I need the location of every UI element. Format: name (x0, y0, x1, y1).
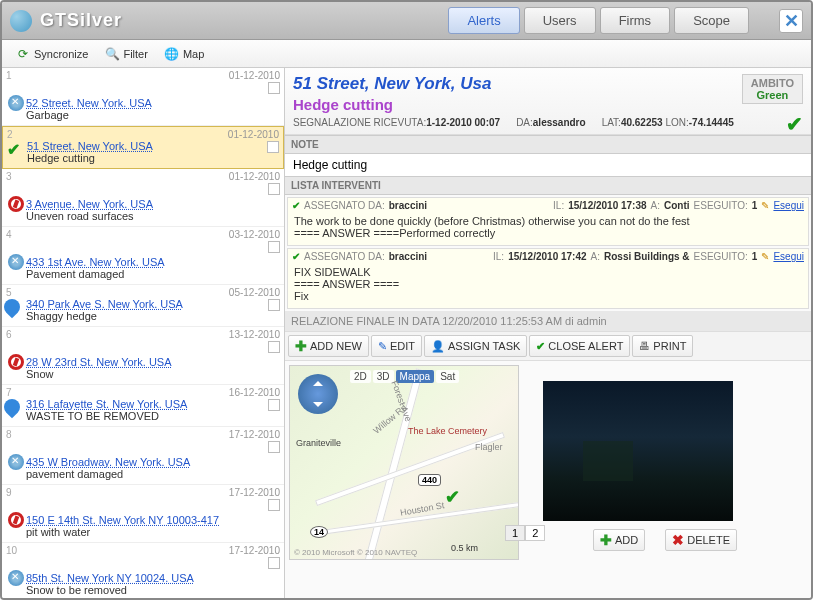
alert-list-item[interactable]: 1017-12-2010 85th St. New York NY 10024.… (2, 543, 284, 598)
interventions-list: ✔ASSEGNATO DA:braccini IL:15/12/2010 17:… (285, 195, 811, 311)
alert-date: 13-12-2010 (229, 329, 280, 340)
alert-checkbox[interactable] (268, 557, 280, 569)
alert-list-item[interactable]: 201-12-2010 ✔ 51 Street. New York. USA H… (2, 126, 284, 169)
refresh-icon: ⟳ (15, 46, 31, 62)
titlebar: GTSilver Alerts Users Firms Scope ✕ (2, 2, 811, 40)
print-button[interactable]: 🖶PRINT (632, 335, 693, 357)
alert-date: 03-12-2010 (229, 229, 280, 240)
intervention-body: The work to be done quickly (before Chri… (292, 211, 804, 243)
final-report-line: RELAZIONE FINALE IN DATA 12/20/2010 11:2… (285, 311, 811, 331)
alert-list-item[interactable]: 817-12-2010 435 W Broadway. New York. US… (2, 427, 284, 485)
filter-button[interactable]: 🔍Filter (97, 43, 154, 65)
detail-type: Hedge cutting (293, 96, 803, 113)
tab-firms[interactable]: Firms (600, 7, 671, 34)
esegui-link[interactable]: Esegui (773, 200, 804, 211)
alert-list-item[interactable]: 917-12-2010 150 E 14th St. New York NY 1… (2, 485, 284, 543)
alert-status-icon (8, 196, 24, 212)
map-place-label: The Lake Cemetery (408, 426, 487, 436)
check-icon: ✔ (292, 251, 300, 262)
tab-users[interactable]: Users (524, 7, 596, 34)
alert-description: Shaggy hedge (26, 310, 280, 322)
alert-status-icon (8, 512, 24, 528)
app-logo-icon (10, 10, 32, 32)
toolbar: ⟳Syncronize 🔍Filter 🌐Map (2, 40, 811, 68)
alert-checkbox[interactable] (268, 82, 280, 94)
syncronize-button[interactable]: ⟳Syncronize (8, 43, 95, 65)
alert-description: Uneven road surfaces (26, 210, 280, 222)
map-tab-2d[interactable]: 2D (350, 370, 371, 383)
map-panel[interactable]: 2D 3D Mappa Sat Graniteville The Lake Ce… (289, 365, 519, 560)
alert-checkbox[interactable] (268, 441, 280, 453)
plus-icon: ✚ (295, 338, 307, 354)
alert-list[interactable]: 101-12-2010 52 Street. New York. USA Gar… (2, 68, 285, 598)
intervention-item: ✔ASSEGNATO DA:braccini IL:15/12/2010 17:… (287, 197, 809, 246)
alert-date: 01-12-2010 (229, 171, 280, 182)
alert-checkbox[interactable] (268, 299, 280, 311)
alert-description: pavement damaged (26, 468, 280, 480)
alert-checkbox[interactable] (268, 183, 280, 195)
alert-date: 17-12-2010 (229, 545, 280, 556)
alert-list-item[interactable]: 505-12-2010 340 Park Ave S. New York. US… (2, 285, 284, 327)
map-place-label: Graniteville (296, 438, 341, 448)
alert-status-icon (2, 396, 23, 419)
alert-checkbox[interactable] (268, 499, 280, 511)
app-title: GTSilver (40, 10, 448, 31)
pencil-icon: ✎ (761, 200, 769, 211)
alert-list-item[interactable]: 301-12-2010 3 Avenue. New York. USA Unev… (2, 169, 284, 227)
alert-list-item[interactable]: 613-12-2010 28 W 23rd St. New York. USA … (2, 327, 284, 385)
alert-description: Garbage (26, 109, 280, 121)
tab-scope[interactable]: Scope (674, 7, 749, 34)
map-button[interactable]: 🌐Map (157, 43, 211, 65)
note-body: Hedge cutting (285, 154, 811, 176)
alert-description: Pavement damaged (26, 268, 280, 280)
alert-description: Snow to be removed (26, 584, 280, 596)
alert-date: 01-12-2010 (228, 129, 279, 140)
alert-number: 4 (6, 229, 12, 240)
alert-title: 28 W 23rd St. New York. USA (26, 356, 280, 368)
alert-status-icon: ✔ (5, 141, 21, 157)
alert-checkbox[interactable] (268, 399, 280, 411)
map-tab-mappa[interactable]: Mappa (396, 370, 435, 383)
assign-task-button[interactable]: 👤ASSIGN TASK (424, 335, 527, 357)
photo-image[interactable] (543, 381, 733, 521)
alert-number: 8 (6, 429, 12, 440)
alert-title: 51 Street. New York. USA (27, 140, 279, 152)
map-place-label: Flagler (475, 442, 503, 452)
alert-description: Hedge cutting (27, 152, 279, 164)
alert-checkbox[interactable] (268, 241, 280, 253)
map-scale: 0.5 km (451, 543, 478, 553)
tab-alerts[interactable]: Alerts (448, 7, 519, 34)
alert-list-item[interactable]: 403-12-2010 433 1st Ave. New York. USA P… (2, 227, 284, 285)
note-header: NOTE (285, 135, 811, 154)
alert-number: 3 (6, 171, 12, 182)
alert-date: 01-12-2010 (229, 70, 280, 81)
photo-tab-2[interactable]: 2 (525, 525, 545, 541)
alert-title: 150 E 14th St. New York NY 10003-417 (26, 514, 280, 526)
alert-status-icon (8, 454, 24, 470)
alert-number: 5 (6, 287, 12, 298)
action-bar: ✚ADD NEW ✎EDIT 👤ASSIGN TASK ✔CLOSE ALERT… (285, 331, 811, 361)
map-tab-sat[interactable]: Sat (436, 370, 459, 383)
pencil-icon: ✎ (378, 340, 387, 353)
nav-tabs: Alerts Users Firms Scope (448, 7, 749, 34)
alert-checkbox[interactable] (268, 341, 280, 353)
map-pan-control[interactable] (298, 374, 338, 414)
detail-header: 51 Street, New York, Usa Hedge cutting A… (285, 68, 811, 135)
close-alert-button[interactable]: ✔CLOSE ALERT (529, 335, 630, 357)
alert-checkbox[interactable] (267, 141, 279, 153)
alert-number: 2 (7, 129, 13, 140)
alert-list-item[interactable]: 716-12-2010 316 Lafayette St. New York. … (2, 385, 284, 427)
interventions-header: LISTA INTERVENTI (285, 176, 811, 195)
edit-button[interactable]: ✎EDIT (371, 335, 422, 357)
close-button[interactable]: ✕ (779, 9, 803, 33)
check-icon: ✔ (536, 340, 545, 353)
alert-number: 1 (6, 70, 12, 81)
alert-status-icon (8, 570, 24, 586)
alert-description: Snow (26, 368, 280, 380)
alert-number: 6 (6, 329, 12, 340)
esegui-link[interactable]: Esegui (773, 251, 804, 262)
add-new-button[interactable]: ✚ADD NEW (288, 335, 369, 357)
filter-icon: 🔍 (104, 46, 120, 62)
photo-tab-1[interactable]: 1 (505, 525, 525, 541)
alert-list-item[interactable]: 101-12-2010 52 Street. New York. USA Gar… (2, 68, 284, 126)
